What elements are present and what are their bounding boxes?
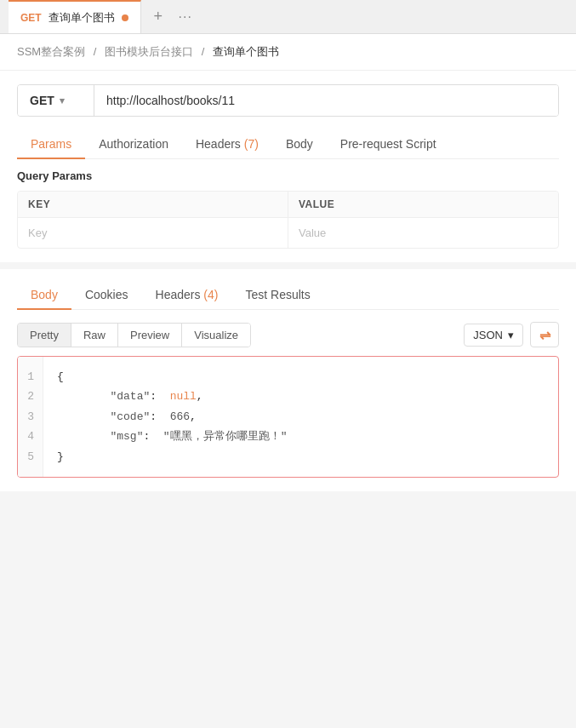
line-num-2: 2 xyxy=(26,387,34,406)
response-code-block: 1 2 3 4 5 { "data": null, "code": 666, "… xyxy=(17,356,559,478)
tab-unsaved-dot xyxy=(122,14,128,21)
code-line-5: } xyxy=(57,447,545,467)
response-headers-badge: (4) xyxy=(203,288,218,301)
params-table: KEY VALUE Key Value xyxy=(17,191,559,249)
url-bar: GET ▾ xyxy=(17,84,559,117)
format-right: JSON ▾ ⇌ xyxy=(464,322,559,347)
code-lines: { "data": null, "code": 666, "msg": "嘿黑，… xyxy=(43,357,558,477)
breadcrumb-sep-1: / xyxy=(94,45,100,58)
json-format-select[interactable]: JSON ▾ xyxy=(464,324,523,347)
tab-pre-request-script[interactable]: Pre-request Script xyxy=(327,130,450,159)
col-value-header: VALUE xyxy=(288,192,558,217)
section-divider xyxy=(0,262,576,269)
breadcrumb-item-3: 查询单个图书 xyxy=(213,45,279,58)
breadcrumb: SSM整合案例 / 图书模块后台接口 / 查询单个图书 xyxy=(0,34,576,71)
format-pretty[interactable]: Pretty xyxy=(18,324,71,347)
response-tab-test-results[interactable]: Test Results xyxy=(231,281,323,310)
response-tab-body[interactable]: Body xyxy=(17,281,71,310)
request-tabs-nav: Params Authorization Headers (7) Body Pr… xyxy=(17,130,559,159)
format-raw[interactable]: Raw xyxy=(71,324,118,347)
breadcrumb-sep-2: / xyxy=(202,45,208,58)
tab-bar: GET 查询单个图书 + ··· xyxy=(0,0,576,34)
line-num-4: 4 xyxy=(26,427,34,446)
tab-authorization[interactable]: Authorization xyxy=(85,130,182,159)
query-params-title: Query Params xyxy=(17,169,559,182)
response-tabs-nav: Body Cookies Headers (4) Test Results xyxy=(17,281,559,310)
json-format-chevron-icon: ▾ xyxy=(508,329,514,341)
line-num-5: 5 xyxy=(26,447,34,467)
tab-method: GET xyxy=(20,12,42,24)
format-visualize[interactable]: Visualize xyxy=(182,324,250,347)
params-table-header: KEY VALUE xyxy=(18,192,558,218)
tab-params[interactable]: Params xyxy=(17,130,85,159)
more-tabs-button[interactable]: ··· xyxy=(172,3,199,31)
line-num-3: 3 xyxy=(26,407,34,427)
method-chevron-icon: ▾ xyxy=(60,95,65,106)
tab-title: 查询单个图书 xyxy=(48,10,115,26)
format-preview[interactable]: Preview xyxy=(118,324,182,347)
headers-badge: (7) xyxy=(244,137,259,151)
main-content: GET ▾ Params Authorization Headers (7) B… xyxy=(0,71,576,262)
url-input[interactable] xyxy=(94,85,558,116)
wrap-icon: ⇌ xyxy=(539,327,550,343)
col-key-header: KEY xyxy=(18,192,288,217)
word-wrap-button[interactable]: ⇌ xyxy=(530,322,559,347)
params-row-placeholder: Key Value xyxy=(18,218,558,248)
method-selector[interactable]: GET ▾ xyxy=(18,85,94,116)
breadcrumb-item-1[interactable]: SSM整合案例 xyxy=(17,45,85,58)
code-line-4: "msg": "嘿黑，异常你哪里跑！" xyxy=(57,427,545,446)
active-tab[interactable]: GET 查询单个图书 xyxy=(9,0,141,33)
new-tab-button[interactable]: + xyxy=(145,3,172,31)
tab-body[interactable]: Body xyxy=(272,130,327,159)
format-tabs: Pretty Raw Preview Visualize xyxy=(17,323,251,347)
line-num-1: 1 xyxy=(26,367,34,387)
method-label: GET xyxy=(30,94,54,107)
format-bar: Pretty Raw Preview Visualize JSON ▾ ⇌ xyxy=(17,322,559,347)
tab-headers[interactable]: Headers (7) xyxy=(182,130,272,159)
code-content: 1 2 3 4 5 { "data": null, "code": 666, "… xyxy=(18,357,558,477)
code-line-2: "data": null, xyxy=(57,387,545,406)
response-tab-cookies[interactable]: Cookies xyxy=(71,281,142,310)
breadcrumb-item-2[interactable]: 图书模块后台接口 xyxy=(105,45,193,58)
response-tab-headers[interactable]: Headers (4) xyxy=(142,281,232,310)
response-section: Body Cookies Headers (4) Test Results Pr… xyxy=(0,269,576,491)
code-line-3: "code": 666, xyxy=(57,407,545,427)
key-cell[interactable]: Key xyxy=(18,218,288,248)
line-numbers: 1 2 3 4 5 xyxy=(18,357,43,477)
code-line-1: { xyxy=(57,367,545,387)
value-cell[interactable]: Value xyxy=(288,218,558,248)
json-format-label: JSON xyxy=(473,329,503,341)
